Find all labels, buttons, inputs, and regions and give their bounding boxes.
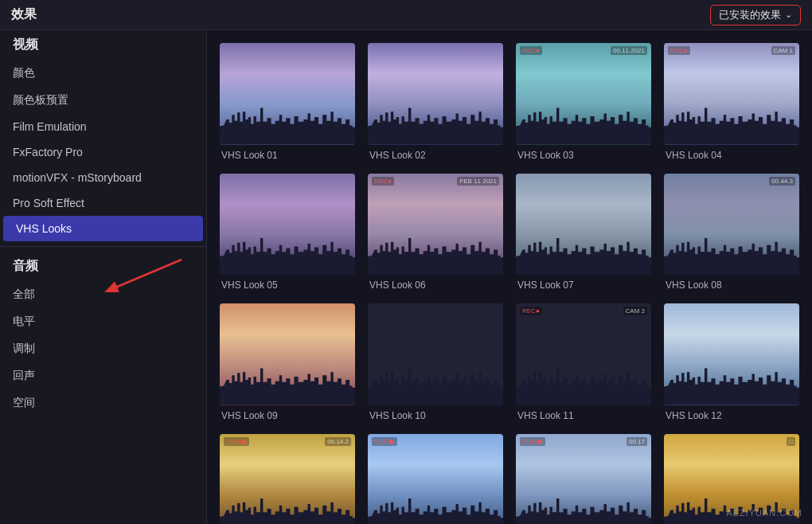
thumb-overlay-tl: PLAY▶ bbox=[224, 437, 249, 446]
sidebar-item-fxfactory-pro[interactable]: FxFactory Pro bbox=[0, 139, 206, 165]
thumbnail-14: PLAY▶ bbox=[368, 434, 503, 525]
skyline-silhouette bbox=[368, 99, 503, 144]
sidebar-item-level[interactable]: 电平 bbox=[0, 308, 206, 335]
skyline-silhouette bbox=[664, 359, 799, 405]
sidebar-divider bbox=[0, 246, 206, 247]
list-item[interactable]: 00.44.3 VHS Look 08 bbox=[664, 174, 799, 291]
item-label: VHS Look 11 bbox=[516, 410, 651, 421]
list-item[interactable]: REC● 00.11.2021 VHS Look 03 bbox=[516, 43, 651, 161]
skyline-silhouette bbox=[516, 229, 651, 275]
skyline-silhouette bbox=[368, 229, 503, 275]
sidebar-item-reverb[interactable]: 回声 bbox=[0, 362, 206, 389]
list-item[interactable]: PLAY▶ 00.14.2 VHS Look 13 bbox=[220, 434, 355, 525]
item-label: VHS Look 01 bbox=[220, 150, 355, 161]
sidebar-item-modulation[interactable]: 调制 bbox=[0, 335, 206, 362]
list-item[interactable]: VHS Look 07 bbox=[516, 174, 651, 291]
thumb-overlay-tr: FEB 11 2021 bbox=[457, 177, 499, 186]
installed-effects-label: 已安装的效果 bbox=[719, 8, 781, 22]
thumbnail-3: REC● 00.11.2021 bbox=[516, 43, 651, 145]
item-label: VHS Look 12 bbox=[664, 410, 799, 421]
thumb-overlay-tl: PLAY▶ bbox=[372, 437, 397, 446]
thumb-overlay-tr: CAM 2 bbox=[623, 307, 647, 315]
skyline-silhouette bbox=[664, 490, 799, 524]
item-label: VHS Look 03 bbox=[516, 150, 651, 161]
thumb-overlay-tr: 00.11.2021 bbox=[611, 46, 647, 55]
chevron-down-icon: ⌄ bbox=[785, 10, 792, 20]
sidebar-item-video[interactable]: 视频 bbox=[0, 30, 206, 60]
sidebar-item-color-preset[interactable]: 颜色板预置 bbox=[0, 87, 206, 114]
thumbnail-13: PLAY▶ 00.14.2 bbox=[220, 434, 355, 525]
skyline-silhouette bbox=[516, 359, 651, 405]
list-item[interactable]: VHS Look 09 bbox=[220, 303, 355, 421]
skyline-silhouette bbox=[220, 99, 355, 144]
thumb-overlay-tr: CAM 1 bbox=[771, 46, 795, 55]
item-label: VHS Look 04 bbox=[664, 150, 799, 161]
effects-grid: VHS Look 01 VHS Look 02 REC● bbox=[220, 43, 799, 524]
skyline-silhouette bbox=[220, 229, 355, 275]
thumb-overlay-tr: 00.14.2 bbox=[325, 437, 351, 446]
thumb-overlay-tl: PLAY▶ bbox=[520, 437, 545, 446]
list-item[interactable]: PLAY▶ 00.17 VHS Look 15 bbox=[516, 434, 651, 525]
sidebar-item-pro-soft-effect[interactable]: Pro Soft Effect bbox=[0, 190, 206, 216]
thumbnail-8: 00.44.3 bbox=[664, 174, 799, 276]
skyline-silhouette bbox=[368, 490, 503, 524]
content-area: VHS Look 01 VHS Look 02 REC● bbox=[207, 30, 812, 524]
thumbnail-9 bbox=[220, 303, 355, 405]
thumbnail-10 bbox=[368, 303, 503, 405]
thumbnail-1 bbox=[220, 43, 355, 145]
item-label: VHS Look 09 bbox=[220, 410, 355, 421]
thumb-overlay-tl: REC● bbox=[372, 177, 394, 186]
list-item[interactable]: VHS Look 05 bbox=[220, 174, 355, 291]
thumb-overlay-tr: 00.44.3 bbox=[769, 177, 795, 186]
sidebar-item-space[interactable]: 空间 bbox=[0, 389, 206, 416]
item-label: VHS Look 08 bbox=[664, 280, 799, 291]
thumbnail-12 bbox=[664, 303, 799, 405]
sidebar-item-motionvfx[interactable]: motionVFX - mStoryboard bbox=[0, 165, 206, 190]
list-item[interactable]: REC● FEB 11 2021 VHS Look 06 bbox=[368, 174, 503, 291]
item-label: VHS Look 05 bbox=[220, 280, 355, 291]
sidebar-item-film-emulation[interactable]: Film Emulation bbox=[0, 114, 206, 139]
list-item[interactable]: REC● CAM 2 VHS Look 11 bbox=[516, 303, 651, 421]
thumb-overlay-tl: REC● bbox=[520, 46, 542, 55]
skyline-silhouette bbox=[516, 490, 651, 524]
sidebar-item-color[interactable]: 颜色 bbox=[0, 60, 206, 87]
installed-effects-button[interactable]: 已安装的效果 ⌄ bbox=[710, 5, 801, 25]
thumbnail-2 bbox=[368, 43, 503, 145]
thumbnail-7 bbox=[516, 174, 651, 276]
list-item[interactable]: VHS Look 12 bbox=[664, 303, 799, 421]
list-item[interactable]: VHS Look 01 bbox=[220, 43, 355, 161]
skyline-silhouette bbox=[368, 359, 503, 405]
header-title: 效果 bbox=[11, 6, 37, 23]
watermark: AEZIYUAN.COM bbox=[726, 508, 802, 518]
list-item[interactable]: REC● CAM 1 VHS Look 04 bbox=[664, 43, 799, 161]
skyline-silhouette bbox=[664, 99, 799, 144]
thumbnail-15: PLAY▶ 00.17 bbox=[516, 434, 651, 525]
list-item[interactable]: VHS Look 02 bbox=[368, 43, 503, 161]
item-label: VHS Look 02 bbox=[368, 150, 503, 161]
main-layout: 视频 颜色 颜色板预置 Film Emulation FxFactory Pro… bbox=[0, 30, 812, 524]
sidebar-item-vhs-looks[interactable]: VHS Looks bbox=[3, 216, 203, 241]
thumb-overlay-tl: REC● bbox=[520, 307, 542, 315]
item-label: VHS Look 10 bbox=[368, 410, 503, 421]
item-label: VHS Look 07 bbox=[516, 280, 651, 291]
app-container: 效果 已安装的效果 ⌄ 视频 颜色 颜色板预置 Film Emulation F… bbox=[0, 0, 812, 524]
thumb-overlay-tr: 00.17 bbox=[627, 437, 647, 446]
sidebar: 视频 颜色 颜色板预置 Film Emulation FxFactory Pro… bbox=[0, 30, 207, 524]
thumbnail-6: REC● FEB 11 2021 bbox=[368, 174, 503, 276]
thumbnail-5 bbox=[220, 174, 355, 276]
skyline-silhouette bbox=[220, 490, 355, 524]
skyline-silhouette bbox=[664, 229, 799, 275]
skyline-silhouette bbox=[516, 99, 651, 144]
thumb-overlay-tl: REC● bbox=[668, 46, 690, 55]
thumb-overlay-tr: □ bbox=[787, 437, 795, 446]
item-label: VHS Look 06 bbox=[368, 280, 503, 291]
sidebar-item-audio[interactable]: 音频 bbox=[0, 252, 206, 281]
list-item[interactable]: PLAY▶ VHS Look 14 bbox=[368, 434, 503, 525]
skyline-silhouette bbox=[220, 359, 355, 405]
list-item[interactable]: VHS Look 10 bbox=[368, 303, 503, 421]
thumbnail-4: REC● CAM 1 bbox=[664, 43, 799, 145]
sidebar-item-all[interactable]: 全部 bbox=[0, 281, 206, 308]
header: 效果 已安装的效果 ⌄ bbox=[0, 0, 812, 30]
thumbnail-11: REC● CAM 2 bbox=[516, 303, 651, 405]
